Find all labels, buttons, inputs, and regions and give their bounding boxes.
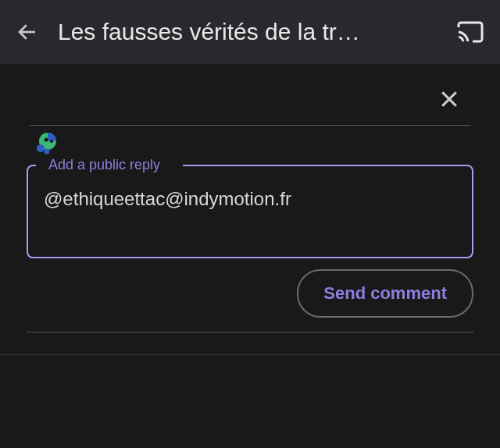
dialog-content: Add a public reply @ethiqueettac@indymot…	[0, 64, 500, 355]
reply-textarea[interactable]: @ethiqueettac@indymotion.fr	[44, 188, 456, 210]
avatar	[36, 132, 59, 155]
footer-divider	[0, 354, 500, 355]
app-header: Les fausses vérités de la tr…	[0, 0, 500, 64]
divider	[27, 332, 473, 332]
svg-point-7	[37, 144, 45, 152]
svg-point-8	[45, 149, 50, 155]
svg-point-6	[50, 140, 53, 143]
reply-input-container: Add a public reply @ethiqueettac@indymot…	[27, 165, 473, 258]
cast-icon[interactable]	[456, 18, 484, 46]
page-title: Les fausses vérités de la tr…	[58, 19, 444, 45]
svg-point-5	[45, 138, 48, 142]
back-arrow-icon[interactable]	[16, 20, 39, 44]
close-icon[interactable]	[438, 87, 461, 111]
reply-label: Add a public reply	[42, 157, 166, 173]
send-comment-button[interactable]: Send comment	[297, 269, 473, 318]
